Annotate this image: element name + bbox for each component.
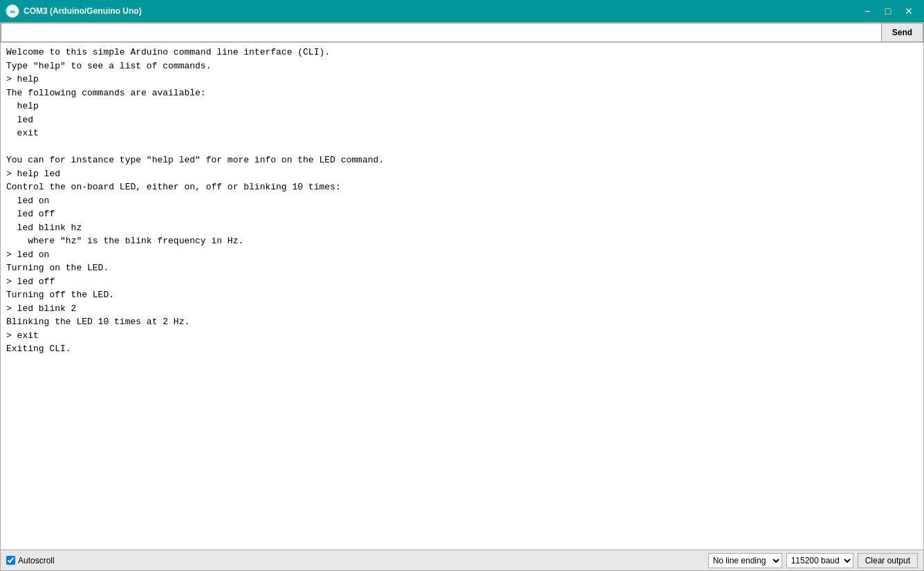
- baud-rate-select[interactable]: 300 baud1200 baud2400 baud4800 baud9600 …: [786, 553, 853, 568]
- autoscroll-label[interactable]: Autoscroll: [6, 556, 55, 565]
- window-title: COM3 (Arduino/Genuino Uno): [24, 6, 858, 16]
- window-controls: − □ ✕: [858, 3, 918, 19]
- minimize-button[interactable]: −: [858, 3, 877, 19]
- maximize-button[interactable]: □: [878, 3, 898, 19]
- line-ending-select[interactable]: No line endingNewlineCarriage returnBoth…: [708, 553, 782, 568]
- svg-text:∞: ∞: [10, 8, 15, 15]
- serial-monitor-window: Send Welcome to this simple Arduino comm…: [0, 22, 924, 571]
- autoscroll-checkbox[interactable]: [6, 556, 15, 565]
- command-input-row: Send: [1, 23, 923, 43]
- close-button[interactable]: ✕: [899, 3, 918, 19]
- serial-output-area: Welcome to this simple Arduino command l…: [1, 43, 923, 550]
- send-button[interactable]: Send: [882, 23, 923, 42]
- titlebar: ∞ COM3 (Arduino/Genuino Uno) − □ ✕: [0, 0, 924, 22]
- clear-output-button[interactable]: Clear output: [858, 553, 918, 568]
- statusbar-right: No line endingNewlineCarriage returnBoth…: [708, 553, 918, 568]
- arduino-logo-icon: ∞: [6, 4, 19, 18]
- command-input[interactable]: [1, 23, 882, 42]
- statusbar: Autoscroll No line endingNewlineCarriage…: [1, 550, 923, 570]
- autoscroll-text: Autoscroll: [18, 556, 55, 565]
